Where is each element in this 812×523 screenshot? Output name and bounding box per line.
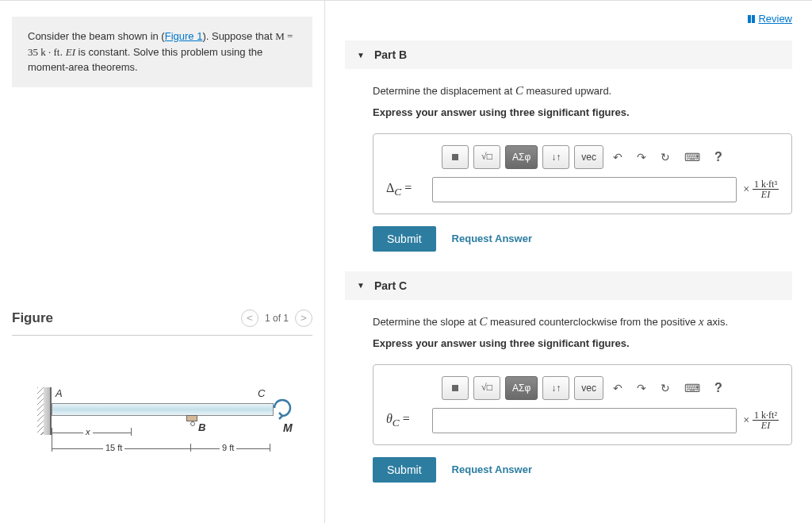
fraction-button[interactable]: √□ — [473, 145, 500, 169]
help-button[interactable]: ? — [710, 146, 727, 168]
subscript-button[interactable]: ↓↑ — [542, 376, 569, 400]
delta-c-label: ΔC = — [386, 181, 426, 198]
redo-button[interactable]: ↷ — [632, 378, 651, 398]
greek-button[interactable]: ΑΣφ — [505, 145, 538, 169]
part-c-header: ▼ Part C — [345, 271, 792, 300]
review-link[interactable]: Review — [748, 13, 792, 25]
fraction-button[interactable]: √□ — [473, 376, 500, 400]
help-button[interactable]: ? — [710, 377, 727, 399]
moment-label: M — [283, 421, 293, 434]
collapse-icon[interactable]: ▼ — [357, 281, 365, 290]
left-panel: Consider the beam shown in (Figure 1). S… — [0, 1, 325, 523]
redo-button[interactable]: ↷ — [632, 147, 651, 167]
greek-button[interactable]: ΑΣφ — [505, 376, 538, 400]
subscript-button[interactable]: ↓↑ — [542, 145, 569, 169]
dim-x-label: x — [83, 427, 93, 436]
part-c-toolbar: √□ ΑΣφ ↓↑ vec ↶ ↷ ↻ ⌨ ? — [442, 376, 779, 400]
part-b-toolbar: √□ ΑΣφ ↓↑ vec ↶ ↷ ↻ ⌨ ? — [442, 145, 779, 169]
wall-support — [44, 387, 52, 435]
figure-prev-button[interactable]: < — [241, 310, 259, 327]
part-b-input[interactable] — [432, 177, 737, 202]
vec-button[interactable]: vec — [574, 376, 603, 400]
part-b-title: Part B — [374, 48, 407, 61]
part-b-answer-box: √□ ΑΣφ ↓↑ vec ↶ ↷ ↻ ⌨ ? ΔC = × 1 k·ft³EI — [373, 133, 792, 214]
part-c-answer-box: √□ ΑΣφ ↓↑ vec ↶ ↷ ↻ ⌨ ? θC = × 1 k·ft²EI — [373, 364, 792, 445]
figure-section: Figure < 1 of 1 > A B C M — [0, 310, 324, 479]
ei-text: EI — [66, 46, 75, 58]
part-c-input[interactable] — [432, 408, 737, 433]
part-b-instruction: Determine the displacement at C measured… — [373, 81, 792, 100]
problem-text: Consider the beam shown in ( — [28, 30, 165, 42]
figure-next-button[interactable]: > — [295, 310, 312, 327]
review-icon — [748, 15, 755, 23]
part-c-units: × 1 k·ft²EI — [743, 410, 779, 430]
dim-15-label: 15 ft — [103, 443, 124, 452]
template-button[interactable] — [442, 376, 469, 400]
point-c-label: C — [258, 387, 265, 399]
part-c-submit-button[interactable]: Submit — [373, 457, 436, 483]
right-panel: Review ▼ Part B Determine the displaceme… — [325, 1, 812, 523]
undo-button[interactable]: ↶ — [608, 378, 627, 398]
point-a-label: A — [56, 387, 63, 399]
template-button[interactable] — [442, 145, 469, 169]
figure-title: Figure — [12, 310, 53, 326]
problem-statement: Consider the beam shown in (Figure 1). S… — [12, 17, 312, 87]
part-b-submit-button[interactable]: Submit — [373, 226, 436, 252]
part-c-express: Express your answer using three signific… — [373, 336, 792, 352]
reset-button[interactable]: ↻ — [656, 378, 675, 398]
figure-link[interactable]: Figure 1 — [165, 30, 203, 42]
part-c-title: Part C — [374, 279, 407, 292]
theta-c-label: θC = — [386, 412, 426, 429]
part-c-instruction: Determine the slope at C measured counte… — [373, 312, 792, 331]
point-b-label: B — [198, 421, 205, 433]
part-c-request-answer[interactable]: Request Answer — [452, 463, 532, 475]
part-c-body: Determine the slope at C measured counte… — [345, 300, 792, 483]
problem-text: ). Suppose that — [202, 30, 275, 42]
figure-diagram: A B C M x 15 ft 9 ft — [28, 383, 297, 479]
figure-counter: 1 of 1 — [265, 313, 289, 324]
beam — [52, 403, 274, 416]
part-b-body: Determine the displacement at C measured… — [345, 69, 792, 252]
vec-button[interactable]: vec — [574, 145, 603, 169]
roller-support — [186, 415, 197, 421]
moment-arrow-icon — [270, 395, 295, 421]
reset-button[interactable]: ↻ — [656, 147, 675, 167]
keyboard-button[interactable]: ⌨ — [680, 147, 705, 167]
collapse-icon[interactable]: ▼ — [357, 51, 365, 60]
part-b-header: ▼ Part B — [345, 40, 792, 69]
keyboard-button[interactable]: ⌨ — [680, 378, 705, 398]
part-b-request-answer[interactable]: Request Answer — [452, 233, 532, 244]
undo-button[interactable]: ↶ — [608, 147, 627, 167]
part-b-express: Express your answer using three signific… — [373, 105, 792, 121]
dim-9-label: 9 ft — [220, 443, 236, 452]
part-b-units: × 1 k·ft³EI — [743, 179, 779, 199]
